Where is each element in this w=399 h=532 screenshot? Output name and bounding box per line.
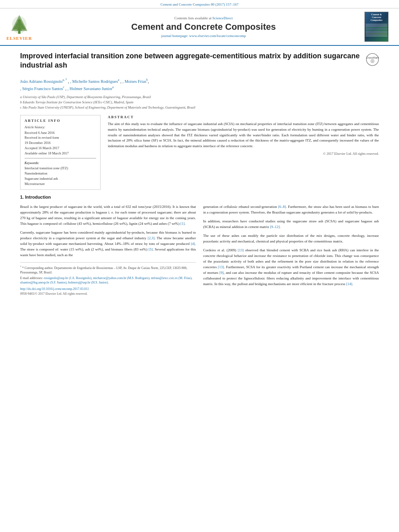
- ref-6-8[interactable]: [6–8]: [278, 205, 286, 209]
- ref-5[interactable]: [5]: [148, 247, 153, 251]
- page: Cement and Concrete Composites 80 (2017)…: [0, 0, 399, 532]
- intro-para-6: Cordeiro et al. (2009) [13] observed tha…: [203, 248, 379, 287]
- svg-text:CrossMark: CrossMark: [366, 56, 379, 59]
- journal-cover-image: Cement &ConcreteComposites: [364, 12, 389, 42]
- article-title-section: Improved interfacial transition zone bet…: [20, 51, 379, 74]
- article-info-column: ARTICLE INFO Article history: Received 6…: [20, 115, 101, 190]
- affiliations: a University of São Paulo (USP), Departm…: [20, 94, 379, 110]
- available-online-date: Available online 18 March 2017: [25, 151, 96, 156]
- ref-9b[interactable]: [9]: [220, 271, 224, 275]
- ref-13b[interactable]: [13]: [218, 265, 224, 269]
- abstract-text: The aim of this study was to evaluate th…: [108, 121, 379, 150]
- abstract-column: ABSTRACT The aim of this study was to ev…: [108, 115, 379, 190]
- keyword-4: Microstructure: [25, 181, 96, 187]
- affiliation-a: a University of São Paulo (USP), Departm…: [20, 94, 379, 100]
- intro-para-2: Currently, sugarcane bagasse has been co…: [20, 230, 196, 258]
- main-content: Improved interfacial transition zone bet…: [0, 46, 399, 301]
- abstract-copyright: © 2017 Elsevier Ltd. All rights reserved…: [108, 152, 379, 156]
- received-date-1: Received 6 June 2016: [25, 130, 96, 136]
- authors-line: João Adriano Rossignoloa, * , , Michelle…: [20, 78, 379, 92]
- footnote-emails: E-mail addresses: rossignolo@usp.br (J.A…: [20, 276, 196, 285]
- copyright-footer: 0958-9465/© 2017 Elsevier Ltd. All right…: [20, 292, 196, 296]
- elsevier-tree-icon: [7, 13, 31, 35]
- introduction-header: 1. Introduction: [20, 195, 379, 199]
- ref-1[interactable]: [1]: [180, 222, 185, 226]
- intro-para-1: Brazil is the largest producer of sugarc…: [20, 204, 196, 227]
- abstract-header: ABSTRACT: [108, 115, 379, 119]
- author4-name: , Sérgio Francisco Santos: [20, 86, 63, 91]
- homepage-url[interactable]: www.elsevier.com/locate/cemconcomp: [189, 34, 246, 38]
- keyword-1: Interfacial transition zone (ITZ): [25, 166, 96, 171]
- journal-top-bar: Cement and Concrete Composites 80 (2017)…: [0, 0, 399, 8]
- introduction-body: Brazil is the largest producer of sugarc…: [20, 204, 379, 296]
- received-revised-date: 19 December 2016: [25, 140, 96, 146]
- article-history-label: Article history:: [25, 125, 96, 129]
- info-divider: [25, 158, 96, 158]
- journal-header-center: Contents lists available at ScienceDirec…: [47, 12, 360, 42]
- intro-para-5: The use of these ashes can modify the pa…: [203, 233, 379, 244]
- journal-cover-area: Cement &ConcreteComposites: [364, 12, 393, 42]
- contents-available-line: Contents lists available at ScienceDirec…: [47, 16, 360, 20]
- journal-title: Cement and Concrete Composites: [47, 22, 360, 32]
- header-section: ELSEVIER Contents lists available at Sci…: [0, 8, 399, 46]
- crossmark-area[interactable]: CrossMark: [366, 53, 379, 67]
- keyword-2: Nanoindentation: [25, 171, 96, 176]
- svg-point-5: [18, 19, 21, 23]
- keyword-3: Sugarcane industrial ash: [25, 176, 96, 181]
- doi-link[interactable]: http://dx.doi.org/10.1016/j.cemconcomp.2…: [20, 287, 196, 291]
- ref-4[interactable]: [4]: [191, 242, 195, 246]
- keywords-section: Keywords: Interfacial transition zone (I…: [25, 161, 96, 186]
- footnote-star: * * Corresponding author. Departamento d…: [20, 265, 196, 275]
- ref-13[interactable]: [13]: [238, 248, 244, 252]
- ref-14[interactable]: [14]: [346, 282, 352, 286]
- author1-name: João Adriano Rossignolo: [20, 79, 63, 83]
- intro-col-left: Brazil is the largest producer of sugarc…: [20, 204, 196, 296]
- info-abstract-section: ARTICLE INFO Article history: Received 6…: [20, 115, 379, 190]
- intro-col-right: generation of cellulosic ethanol second-…: [203, 204, 379, 296]
- keywords-label: Keywords:: [25, 161, 96, 165]
- elsevier-brand-text: ELSEVIER: [6, 36, 32, 41]
- elsevier-logo: ELSEVIER: [6, 13, 32, 41]
- article-info-box: ARTICLE INFO Article history: Received 6…: [20, 115, 101, 190]
- footnote-section: * * Corresponding author. Departamento d…: [20, 262, 196, 296]
- intro-para-3: generation of cellulosic ethanol second-…: [203, 204, 379, 216]
- accepted-date: Accepted 16 March 2017: [25, 146, 96, 151]
- intro-para-4: In addition, researchers have conducted …: [203, 219, 379, 230]
- article-info-header: ARTICLE INFO: [25, 119, 96, 123]
- author2-name: , , Michelle Santos Rodrigues: [68, 79, 118, 83]
- author5-name: , , Holmer Savastano Junior: [66, 86, 113, 91]
- affiliation-c: c São Paulo State University (UNESP), Sc…: [20, 105, 379, 110]
- sciencedirect-link[interactable]: ScienceDirect: [212, 16, 232, 20]
- received-revised-label: Received in revised form: [25, 135, 96, 140]
- introduction-section: 1. Introduction Brazil is the largest pr…: [20, 195, 379, 296]
- affiliation-b: b Eduardo Torroja Institute for Construc…: [20, 100, 379, 105]
- elsevier-logo-area: ELSEVIER: [6, 12, 43, 42]
- ref-2-3[interactable]: [2,3]: [148, 236, 154, 240]
- author3-name: , , Moises Frias: [120, 79, 146, 83]
- journal-homepage: journal homepage: www.elsevier.com/locat…: [47, 34, 360, 38]
- crossmark-icon: CrossMark: [366, 53, 379, 66]
- ref-9-12[interactable]: [9–12]: [270, 225, 280, 229]
- journal-citation: Cement and Concrete Composites 80 (2017)…: [160, 2, 239, 6]
- article-title: Improved interfacial transition zone bet…: [20, 51, 362, 70]
